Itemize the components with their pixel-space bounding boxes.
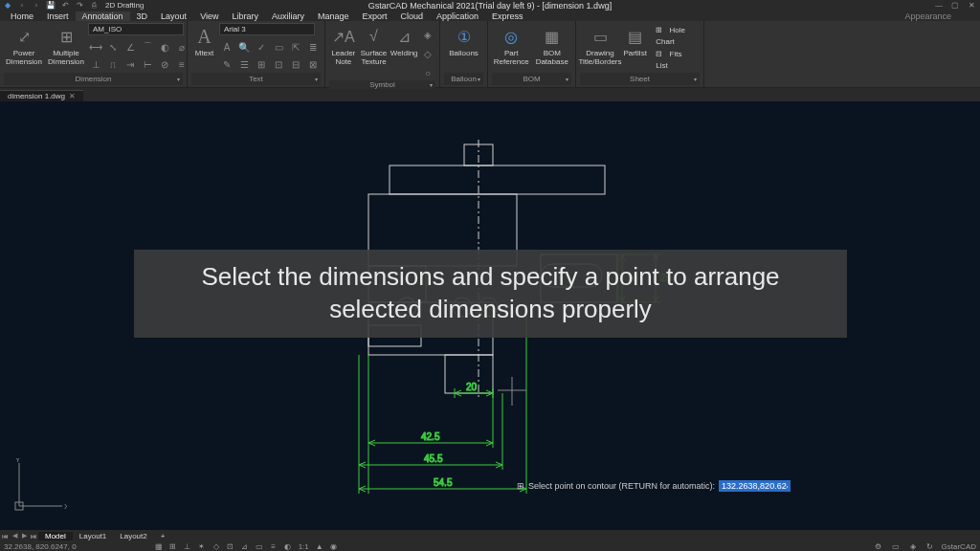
- text-find-icon[interactable]: 🔍: [236, 39, 252, 55]
- redo-icon[interactable]: ↷: [74, 1, 85, 11]
- layout-tab-2[interactable]: Layout2: [113, 532, 153, 540]
- print-icon[interactable]: ⎙: [88, 1, 100, 11]
- drawing-title-button[interactable]: ▭ Drawing Title/Borders: [580, 23, 620, 67]
- layout-tab-1[interactable]: Layout1: [73, 532, 113, 540]
- panel-text-label[interactable]: Text: [191, 73, 321, 85]
- text-tool4-icon[interactable]: ⊟: [288, 56, 303, 72]
- layout-nav-prev-icon[interactable]: ◀: [10, 532, 19, 540]
- lineweight-icon[interactable]: ≡: [268, 542, 279, 551]
- tab-cloud[interactable]: Cloud: [394, 11, 431, 21]
- text-field-icon[interactable]: ▭: [271, 39, 286, 55]
- scale-button[interactable]: 1:1: [297, 542, 311, 551]
- text-scale-icon[interactable]: ⇱: [288, 39, 303, 55]
- status-settings-icon[interactable]: ⚙: [873, 542, 884, 551]
- dim-ordinate-icon[interactable]: ⊥: [88, 56, 103, 72]
- dim-angular-icon[interactable]: ∠: [122, 39, 138, 55]
- panel-balloon-label[interactable]: Balloon: [444, 73, 483, 85]
- snap-mode-icon[interactable]: ▦: [153, 542, 165, 551]
- grid-icon[interactable]: ⊞: [167, 542, 179, 551]
- tab-layout[interactable]: Layout: [154, 11, 193, 21]
- dim-break-icon[interactable]: ⊘: [157, 56, 172, 72]
- layout-tab-add[interactable]: +: [154, 532, 172, 540]
- panel-bom-label[interactable]: BOM: [492, 73, 571, 85]
- minimize-button[interactable]: —: [932, 1, 946, 11]
- fits-list-button[interactable]: ⊟ Fits List: [650, 49, 700, 71]
- document-tab-close-icon[interactable]: ✕: [69, 92, 76, 100]
- annotation-scale-icon[interactable]: ▲: [314, 542, 325, 551]
- dim-baseline-icon[interactable]: ⊢: [140, 56, 155, 72]
- dim-style-dropdown[interactable]: AM_ISO: [88, 23, 184, 35]
- leader-note-button[interactable]: ↗A Leader Note: [329, 23, 358, 67]
- dim-aligned-icon[interactable]: ⤡: [105, 39, 121, 55]
- osnap-icon[interactable]: ◇: [211, 542, 222, 551]
- tab-view[interactable]: View: [193, 11, 225, 21]
- tab-3d[interactable]: 3D: [130, 11, 155, 21]
- status-tool2-icon[interactable]: ◈: [907, 542, 919, 551]
- symbol-tool2-icon[interactable]: ◇: [420, 46, 435, 61]
- tab-home[interactable]: Home: [4, 11, 40, 21]
- tab-express[interactable]: Express: [485, 11, 530, 21]
- dim-jogged-icon[interactable]: ⎍: [105, 56, 121, 72]
- dim-arc-icon[interactable]: ⌒: [140, 39, 155, 55]
- text-align-icon[interactable]: ☰: [236, 56, 252, 72]
- document-tab[interactable]: dimension 1.dwg ✕: [0, 90, 83, 101]
- workspace-dropdown[interactable]: 2D Drafting: [102, 1, 146, 11]
- undo-icon[interactable]: ↶: [59, 1, 71, 11]
- appearance-dropdown[interactable]: Appearance: [904, 11, 951, 21]
- tab-auxiliary[interactable]: Auxiliary: [265, 11, 311, 21]
- text-edit-icon[interactable]: ✎: [219, 56, 234, 72]
- balloons-button[interactable]: ① Balloons: [444, 23, 483, 58]
- part-reference-button[interactable]: ◎ Part Reference: [492, 23, 531, 67]
- text-style-dropdown[interactable]: Arial 3: [219, 23, 315, 35]
- tab-export[interactable]: Export: [356, 11, 394, 21]
- symbol-tool1-icon[interactable]: ◈: [420, 27, 435, 42]
- new-icon[interactable]: ▫: [16, 1, 28, 11]
- partlist-button[interactable]: ▤ Partlist: [622, 23, 648, 58]
- annotation-vis-icon[interactable]: ◉: [328, 542, 340, 551]
- mtext-button[interactable]: A Mtext: [191, 23, 217, 58]
- restore-button[interactable]: ▢: [948, 1, 962, 11]
- open-icon[interactable]: ▫: [31, 1, 42, 11]
- tab-application[interactable]: Application: [430, 11, 485, 21]
- ducs-icon[interactable]: ⊿: [239, 542, 251, 551]
- otrack-icon[interactable]: ⊡: [225, 542, 236, 551]
- layout-tab-model[interactable]: Model: [38, 532, 73, 540]
- bom-database-button[interactable]: ▦ BOM Database: [533, 23, 572, 67]
- dim-linear-icon[interactable]: ⟷: [88, 39, 103, 55]
- panel-symbol-label[interactable]: Symbol: [329, 80, 435, 89]
- ortho-icon[interactable]: ⊥: [182, 542, 193, 551]
- tab-library[interactable]: Library: [225, 11, 265, 21]
- save-icon[interactable]: 💾: [45, 1, 56, 11]
- text-tool2-icon[interactable]: ⊞: [254, 56, 269, 72]
- layout-nav-next-icon[interactable]: ▶: [19, 532, 29, 540]
- text-spell-icon[interactable]: ✓: [254, 39, 269, 55]
- close-button[interactable]: ✕: [965, 1, 978, 11]
- tab-annotation[interactable]: Annotation: [76, 11, 130, 21]
- command-input[interactable]: [719, 480, 791, 492]
- power-dimension-button[interactable]: ⤢ Power Dimension: [4, 23, 44, 72]
- dim-radius-icon[interactable]: ◐: [157, 39, 172, 55]
- panel-dimension-label[interactable]: Dimension: [4, 73, 183, 85]
- symbol-tool3-icon[interactable]: ○: [420, 65, 435, 80]
- multiple-dimension-button[interactable]: ⊞ Multiple Dimension: [46, 23, 86, 72]
- surface-texture-button[interactable]: √ Surface Texture: [360, 23, 389, 67]
- polar-icon[interactable]: ✶: [196, 542, 208, 551]
- tab-insert[interactable]: Insert: [40, 11, 76, 21]
- layout-nav-first-icon[interactable]: ⏮: [0, 533, 10, 540]
- hole-chart-button[interactable]: ⊞ Hole Chart: [650, 25, 700, 47]
- dim-continue-icon[interactable]: ⇥: [122, 56, 138, 72]
- tab-manage[interactable]: Manage: [311, 11, 356, 21]
- text-tool-icon[interactable]: A: [219, 39, 234, 55]
- welding-button[interactable]: ⊿ Welding: [390, 23, 418, 58]
- dyn-input-icon[interactable]: ▭: [254, 542, 265, 551]
- drawing-canvas[interactable]: X Y: [0, 101, 980, 530]
- panel-sheet-label[interactable]: Sheet: [580, 73, 700, 85]
- status-tool3-icon[interactable]: ↻: [924, 542, 936, 551]
- text-tool5-icon[interactable]: ⊠: [305, 56, 321, 72]
- text-tool3-icon[interactable]: ⊡: [271, 56, 286, 72]
- app-logo-icon[interactable]: ◆: [2, 1, 13, 11]
- layout-nav-last-icon[interactable]: ⏭: [29, 533, 38, 540]
- transparency-icon[interactable]: ◐: [282, 542, 294, 551]
- text-justify-icon[interactable]: ≣: [305, 39, 321, 55]
- status-tool1-icon[interactable]: ▭: [890, 542, 902, 551]
